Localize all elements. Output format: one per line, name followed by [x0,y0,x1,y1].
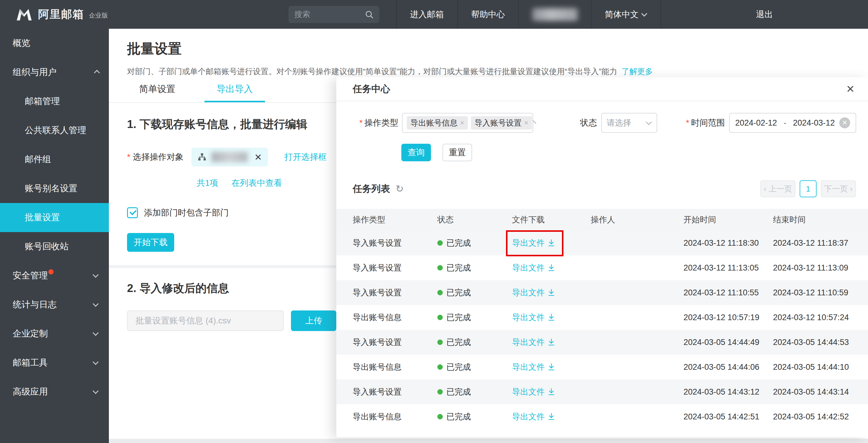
app-window: 阿里邮箱 企业版 进入邮箱 帮助中心 简体中文 退出 [0,0,868,443]
topbar-menu-item[interactable]: 帮助中心 [457,0,518,29]
table-header-row: 操作类型状态文件下载操作人开始时间结束时间 [336,209,868,231]
range-start-date[interactable]: 2024-02-12 [735,118,777,128]
view-in-list-link[interactable]: 在列表中查看 [231,178,282,187]
sidebar-item[interactable]: 公共联系人管理 [0,116,109,145]
bottom-strip [109,439,868,443]
start-time-cell: 2024-03-12 11:13:05 [683,263,773,273]
alimail-logo-icon [16,8,32,21]
language-label: 简体中文 [605,9,639,20]
target-label: 选择操作对象 [133,151,184,163]
sidebar-item[interactable]: 邮件组 [0,145,109,174]
prev-page-button[interactable]: ‹ 上一页 [760,180,796,197]
notification-dot-badge [49,269,54,274]
date-range-picker[interactable]: 2024-02-12 - 2024-03-12 ✕ [729,113,856,133]
sidebar-item-label: 邮箱工具 [13,357,48,369]
tab-bar: 简单设置 导出导入 [109,77,336,103]
page-header: 批量设置 对部门、子部门或单个邮箱账号进行设置。对个别账号操作建议使用“简单设置… [109,29,868,77]
open-selector-link[interactable]: 打开选择框 [284,151,327,163]
export-file-link[interactable]: 导出文件 [512,337,556,348]
target-count-row: 共1项 在列表中查看 [196,177,336,189]
sidebar-item-label: 邮箱管理 [25,95,60,108]
export-file-link[interactable]: 导出文件 [512,386,556,397]
sidebar-item-label: 统计与日志 [13,299,57,311]
tab[interactable]: 简单设置 [127,77,187,102]
sidebar-item[interactable]: 安全管理 [0,261,109,290]
column-header: 文件下载 [512,214,591,225]
table-row: 导入账号设置 已完成 导出文件 [336,256,868,280]
status-done-dot [437,290,443,295]
column-header: 操作类型 [353,214,437,225]
topbar-menu-item[interactable]: 进入邮箱 [396,0,457,29]
file-name-input[interactable] [127,311,284,331]
filter-tag[interactable]: 导入账号设置 × [471,116,532,129]
tab[interactable]: 导出导入 [205,77,265,102]
topbar-language[interactable]: 简体中文 [591,0,660,29]
status-cell: 已完成 [437,287,512,298]
chevron-down-icon [93,388,99,394]
logout-button[interactable]: 退出 [660,0,868,29]
next-page-button[interactable]: 下一页 › [821,180,856,197]
status-done-dot [437,240,443,246]
include-subdept-option[interactable]: 添加部门时包含子部门 [127,207,336,218]
end-time-cell: 2024-03-12 10:57:24 [773,313,868,322]
refresh-icon[interactable]: ↻ [396,183,404,195]
clear-date-icon[interactable]: ✕ [839,117,850,128]
export-file-link[interactable]: 导出文件 [512,362,556,373]
task-type-cell: 导出账号信息 [353,312,437,323]
sidebar-item[interactable]: 组织与用户 [0,58,109,87]
learn-more-link[interactable]: 了解更多 [621,67,653,76]
status-done-dot [437,389,443,394]
upload-button[interactable]: 上传 [291,311,336,331]
close-icon[interactable]: ✕ [846,84,855,94]
chevron-down-icon [641,10,647,17]
brand-name: 阿里邮箱 [38,7,84,22]
search-icon[interactable] [365,10,374,19]
column-header: 操作人 [591,214,683,225]
sidebar-item-label: 批量设置 [25,211,60,224]
filter-tag[interactable]: 导出账号信息 × [407,116,468,129]
range-filter-label: *时间范围 [686,117,725,128]
end-time-cell: 2024-03-05 14:42:52 [773,412,868,421]
table-row: 导出账号信息 已完成 导出文件 [336,355,868,380]
sidebar-item[interactable]: 账号回收站 [0,232,109,261]
start-download-button[interactable]: 开始下载 [127,233,174,252]
range-end-date[interactable]: 2024-03-12 [793,118,835,128]
task-type-cell: 导入账号设置 [353,337,437,348]
section1-heading: 1. 下载现存账号信息，批量进行编辑 [109,117,336,132]
status-select[interactable]: 请选择 [601,113,657,133]
sidebar-item[interactable]: 批量设置 [0,203,109,232]
selected-target-tag[interactable]: ✕ [191,148,268,167]
task-type-cell: 导出账号信息 [353,411,437,422]
sidebar-item-label: 账号别名设置 [25,182,78,195]
sidebar-item[interactable]: 企业定制 [0,319,109,348]
reset-button[interactable]: 重置 [442,144,472,161]
status-cell: 已完成 [437,411,512,422]
checkbox-checked-icon[interactable] [127,207,138,218]
topbar-search[interactable] [288,6,379,23]
remove-tag-icon[interactable]: × [460,119,464,127]
sidebar-item[interactable]: 邮箱管理 [0,87,109,116]
status-done-dot [437,339,443,345]
current-page-button[interactable]: 1 [800,180,816,197]
sidebar-item[interactable]: 邮箱工具 [0,348,109,377]
sidebar-item[interactable]: 账号别名设置 [0,174,109,203]
status-done-dot [437,414,443,419]
file-download-cell: 导出文件 [512,312,591,323]
query-button[interactable]: 查询 [401,144,431,161]
page-title: 批量设置 [127,40,868,58]
export-file-link[interactable]: 导出文件 [512,238,556,248]
table-row: 导入账号设置 已完成 导出文件 [336,330,868,355]
topbar-account[interactable] [518,0,591,29]
remove-tag-icon[interactable]: × [524,119,528,127]
export-file-link[interactable]: 导出文件 [512,287,556,298]
remove-target-icon[interactable]: ✕ [254,152,262,163]
sidebar-item[interactable]: 概览 [0,29,109,58]
sidebar-item[interactable]: 统计与日志 [0,290,109,319]
export-file-link[interactable]: 导出文件 [512,312,556,323]
type-multiselect[interactable]: 导出账号信息 × 导入账号设置 × [402,113,533,133]
export-file-link[interactable]: 导出文件 [512,262,556,273]
export-file-link[interactable]: 导出文件 [512,411,556,422]
sidebar-item[interactable]: 高级应用 [0,377,109,406]
search-input[interactable] [288,10,365,19]
task-list-title: 任务列表 [353,182,390,195]
